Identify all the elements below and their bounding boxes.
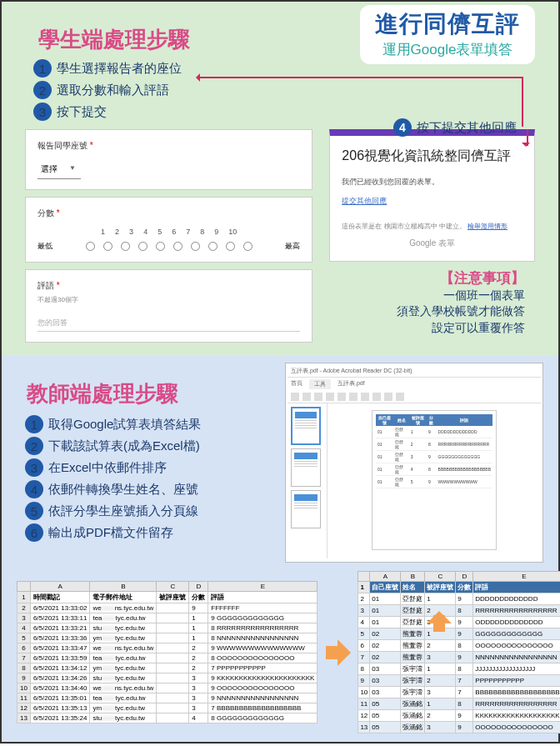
score-high: 最高 <box>285 241 300 252</box>
arrow-right-icon <box>326 636 349 669</box>
score-num: 5 <box>158 228 162 236</box>
tool-icon[interactable] <box>338 393 346 401</box>
required-star: * <box>90 141 93 150</box>
comment-label: 評語 <box>38 281 54 290</box>
score-num: 6 <box>172 228 176 236</box>
arrow-down <box>518 129 528 146</box>
step-num: 4 <box>25 480 43 498</box>
score-num: 10 <box>228 228 237 236</box>
excel-raw-table: ABCDE1時間戳記電子郵件地址被評座號分數評語 26/5/2021 13:33… <box>17 581 318 723</box>
score-num: 9 <box>214 228 218 236</box>
step-text: 在Excel中依郵件排序 <box>48 460 167 476</box>
step-text: 輸出成PDF檔文件留存 <box>48 525 173 541</box>
step-num: 2 <box>25 437 43 455</box>
score-label: 分數 <box>38 208 54 218</box>
score-radio[interactable] <box>86 242 95 251</box>
score-radio[interactable] <box>226 242 235 251</box>
adobe-tab[interactable]: 工具 <box>309 379 331 389</box>
step-num: 4 <box>393 118 412 137</box>
step-text: 選取分數和輸入評語 <box>57 83 169 98</box>
score-num: 2 <box>115 228 119 236</box>
thumbnail-panel <box>288 403 328 558</box>
score-num: 4 <box>143 228 148 236</box>
tool-icon[interactable] <box>326 393 334 401</box>
submit-another-link[interactable]: 提交其他回應 <box>342 196 387 207</box>
title-banner: 進行同儕互評 運用Google表單填答 <box>360 5 535 64</box>
step-text: 下載該試算表(成為Excel檔) <box>48 438 200 454</box>
comment-input[interactable]: 您的回答 <box>38 318 300 332</box>
google-form-preview: 報告同學座號 * 選擇 分數 * 12345678910 最低 最高 評語 * … <box>25 129 312 349</box>
adobe-titlebar: 互評表.pdf - Adobe Acrobat Reader DC (32-bi… <box>288 365 541 378</box>
score-radio[interactable] <box>156 242 165 251</box>
score-low: 最低 <box>38 241 52 252</box>
score-radio[interactable] <box>208 242 218 251</box>
seat-label: 報告同學座號 <box>38 141 88 150</box>
tool-icon[interactable] <box>291 393 299 401</box>
step-num: 1 <box>33 59 52 78</box>
tool-icon[interactable] <box>384 393 392 401</box>
step-num: 1 <box>25 415 43 433</box>
score-num: 3 <box>129 228 133 236</box>
page-thumb[interactable] <box>291 490 321 528</box>
adobe-toolbar <box>288 391 541 403</box>
excel-result-table: ABCDE 1自己座號姓名被評座號分數評語201亞舒庭19DDDDDDDDDDD… <box>358 571 560 733</box>
step-text: 依評分學生座號插入分頁線 <box>48 503 198 519</box>
comment-hint: 不超過30個字 <box>38 295 300 304</box>
arrow-up-icon <box>427 598 450 632</box>
tool-icon[interactable] <box>372 393 381 401</box>
adobe-tab[interactable]: 首頁 <box>291 379 302 389</box>
tool-icon[interactable] <box>314 393 322 401</box>
banner-main: 進行同儕互評 <box>375 8 520 40</box>
adobe-reader-preview: 互評表.pdf - Adobe Acrobat Reader DC (32-bi… <box>285 363 543 563</box>
tool-icon[interactable] <box>302 393 311 401</box>
tool-icon[interactable] <box>396 393 404 401</box>
tool-icon[interactable] <box>349 393 358 401</box>
score-radio[interactable] <box>121 242 130 251</box>
step-num: 2 <box>33 81 52 99</box>
tool-icon[interactable] <box>361 393 369 401</box>
adobe-tab[interactable]: 互評表.pdf <box>338 379 365 389</box>
google-forms-logo: Google 表單 <box>342 238 522 249</box>
banner-sub: 運用Google表單填答 <box>375 40 520 59</box>
score-num: 7 <box>186 228 190 236</box>
step-num: 5 <box>25 502 43 520</box>
step-num: 3 <box>33 103 52 121</box>
score-radio[interactable] <box>191 242 200 251</box>
score-radio[interactable] <box>243 242 252 251</box>
page-thumb[interactable] <box>291 407 321 445</box>
step-num: 3 <box>25 458 43 477</box>
score-radio[interactable] <box>173 242 182 251</box>
confirm-title: 206視覺化資訊統整同儕互評 <box>342 148 522 165</box>
confirm-msg: 我們已經收到您回覆的表單。 <box>342 177 522 188</box>
step-text: 取得Google試算表填答結果 <box>48 417 201 433</box>
step-text: 按下提交其他回應 <box>417 120 517 136</box>
pdf-page: 自己座號姓名被評座號分數評語01亞舒庭19DDDDDDDDDDDDD01亞舒庭2… <box>372 410 497 550</box>
score-radio[interactable] <box>138 242 148 251</box>
score-radio[interactable] <box>103 242 112 251</box>
score-num: 1 <box>101 228 105 236</box>
step-4: 4按下提交其他回應 <box>393 118 517 137</box>
page-thumb[interactable] <box>291 448 321 487</box>
teacher-title: 教師端處理步驟 <box>27 379 270 408</box>
score-num: 8 <box>200 228 204 236</box>
notice-block: 【注意事項】 一個班一個表單 須登入學校帳號才能做答 設定可以重覆作答 <box>329 268 525 337</box>
confirmation-card: 206視覺化資訊統整同儕互評 我們已經收到您回覆的表單。 提交其他回應 這份表單… <box>329 129 535 262</box>
step-text: 學生選擇報告者的座位 <box>57 61 182 77</box>
step-text: 按下提交 <box>57 104 107 120</box>
step-num: 6 <box>25 523 43 542</box>
seat-select[interactable]: 選擇 <box>38 160 81 179</box>
report-abuse-link[interactable]: 檢舉濫用情形 <box>468 223 508 230</box>
notice-title: 【注意事項】 <box>329 268 525 288</box>
step-text: 依郵件轉換學生姓名、座號 <box>48 482 198 498</box>
